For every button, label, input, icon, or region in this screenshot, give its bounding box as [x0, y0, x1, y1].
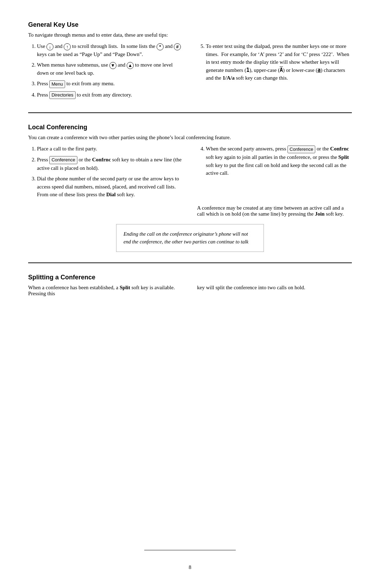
general-key-use-left-col: Use ↓ and ↑ to scroll through lists. In … — [28, 42, 183, 102]
general-key-use-right-list: To enter text using the dialpad, press t… — [204, 42, 352, 82]
page-footer: 8 — [0, 550, 380, 570]
split-softkey-label: Split — [338, 154, 349, 160]
hash-key-icon: # — [174, 43, 181, 50]
list-item: When the second party answers, press Con… — [206, 145, 352, 177]
local-conferencing-columns: Place a call to the first party. Press C… — [28, 145, 352, 201]
join-softkey-label: Join — [315, 211, 325, 217]
general-key-use-columns: Use ↓ and ↑ to scroll through lists. In … — [28, 42, 352, 102]
list-item: Dial the phone number of the second part… — [37, 175, 183, 199]
conference-note-text: Ending the call on the conference origin… — [124, 231, 248, 245]
conference-note-box: Ending the call on the conference origin… — [116, 224, 264, 252]
local-conferencing-right-col: When the second party answers, press Con… — [197, 145, 352, 201]
nav-up-icon: ▲ — [127, 62, 134, 69]
local-conferencing-left-col: Place a call to the first party. Press C… — [28, 145, 183, 201]
general-key-use-section: General Key Use To navigate through menu… — [28, 21, 352, 102]
local-conferencing-left-list: Place a call to the first party. Press C… — [35, 145, 183, 198]
general-key-use-title: General Key Use — [28, 21, 352, 29]
list-item: Press Menu to exit from any menu. — [37, 80, 183, 88]
splitting-right-text: key will split the conference into two c… — [197, 285, 352, 291]
general-key-use-left-list: Use ↓ and ↑ to scroll through lists. In … — [35, 42, 183, 99]
confrnc-softkey-label: Confrnc — [92, 157, 111, 162]
menu-key-btn: Menu — [49, 80, 65, 88]
nav-down-icon: ▼ — [109, 62, 116, 69]
local-conferencing-intro: You can create a conference with two oth… — [28, 135, 352, 141]
softkey-label: 1/A/a — [222, 75, 234, 81]
splitting-columns: When a conference has been established, … — [28, 285, 352, 297]
splitting-title: Splitting a Conference — [28, 274, 352, 281]
join-softkey-text: A conference may be created at any time … — [197, 205, 352, 217]
local-conferencing-bottom: A conference may be created at any time … — [28, 205, 352, 217]
splitting-section: Splitting a Conference When a conference… — [28, 274, 352, 297]
conference-key-btn: Conference — [49, 156, 77, 164]
local-conferencing-title: Local Conferencing — [28, 124, 352, 131]
list-item: Press Directories to exit from any direc… — [37, 91, 183, 99]
scroll-up-icon: ↑ — [64, 43, 71, 50]
list-item: To enter text using the dialpad, press t… — [206, 42, 352, 82]
directories-key-btn: Directories — [49, 91, 75, 99]
star-key-icon: * — [157, 43, 164, 50]
general-key-use-intro: To navigate through menus and to enter d… — [28, 32, 352, 38]
list-item: Use ↓ and ↑ to scroll through lists. In … — [37, 42, 183, 58]
footer-line — [144, 550, 236, 550]
divider-1 — [28, 112, 352, 113]
splitting-left-col: When a conference has been established, … — [28, 285, 183, 297]
dial-softkey-label: Dial — [106, 192, 116, 197]
general-key-use-right-col: To enter text using the dialpad, press t… — [197, 42, 352, 102]
local-conferencing-right-list: When the second party answers, press Con… — [204, 145, 352, 177]
confrnc-softkey-label-2: Confrnc — [330, 146, 349, 151]
list-item: Place a call to the first party. — [37, 145, 183, 153]
splitting-right-col: key will split the conference into two c… — [197, 285, 352, 297]
splitting-left-text: When a conference has been established, … — [28, 285, 183, 297]
local-conferencing-section: Local Conferencing You can create a conf… — [28, 124, 352, 252]
page-number: 8 — [0, 564, 380, 570]
list-item: Press Conference or the Confrnc soft key… — [37, 156, 183, 172]
local-conferencing-bottom-right: A conference may be created at any time … — [197, 205, 352, 217]
split-label: Split — [120, 285, 130, 290]
local-conferencing-bottom-left — [28, 205, 183, 217]
divider-2 — [28, 262, 352, 263]
conference-key-btn-2: Conference — [287, 146, 315, 153]
list-item: When menus have submenus, use ▼ and ▲ to… — [37, 61, 183, 77]
scroll-down-icon: ↓ — [46, 43, 53, 50]
